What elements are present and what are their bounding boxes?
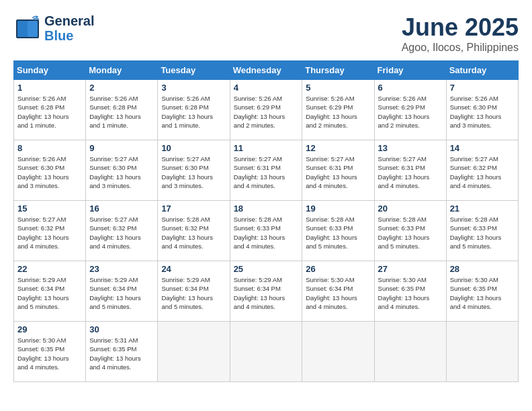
- logo: General Blue: [13, 13, 94, 43]
- day-info: Sunrise: 5:27 AMSunset: 6:30 PMDaylight:…: [161, 154, 226, 190]
- day-info: Sunrise: 5:26 AMSunset: 6:28 PMDaylight:…: [17, 94, 82, 130]
- day-info: Sunrise: 5:27 AMSunset: 6:32 PMDaylight:…: [17, 215, 82, 250]
- logo-text-general: General: [44, 13, 94, 28]
- day-info: Sunrise: 5:26 AMSunset: 6:28 PMDaylight:…: [89, 94, 154, 130]
- day-info: Sunrise: 5:26 AMSunset: 6:30 PMDaylight:…: [17, 154, 82, 190]
- calendar-cell: [302, 322, 374, 382]
- calendar-cell: 19Sunrise: 5:28 AMSunset: 6:33 PMDayligh…: [302, 201, 374, 261]
- calendar-cell: 21Sunrise: 5:28 AMSunset: 6:33 PMDayligh…: [446, 201, 518, 261]
- header: General Blue June 2025 Agoo, Ilocos, Phi…: [13, 13, 519, 54]
- day-info: Sunrise: 5:26 AMSunset: 6:29 PMDaylight:…: [378, 94, 443, 130]
- svg-rect-1: [17, 21, 28, 37]
- day-info: Sunrise: 5:26 AMSunset: 6:29 PMDaylight:…: [306, 94, 370, 130]
- calendar-cell: [374, 322, 446, 382]
- weekday-header-wednesday: Wednesday: [230, 61, 302, 80]
- calendar-cell: [446, 322, 518, 382]
- calendar-table: SundayMondayTuesdayWednesdayThursdayFrid…: [13, 60, 519, 382]
- day-info: Sunrise: 5:29 AMSunset: 6:34 PMDaylight:…: [161, 275, 226, 311]
- day-number: 1: [17, 83, 82, 93]
- day-info: Sunrise: 5:28 AMSunset: 6:32 PMDaylight:…: [161, 215, 226, 250]
- calendar-cell: 13Sunrise: 5:27 AMSunset: 6:31 PMDayligh…: [374, 140, 446, 201]
- calendar-cell: 20Sunrise: 5:28 AMSunset: 6:33 PMDayligh…: [374, 201, 446, 261]
- calendar-cell: 5Sunrise: 5:26 AMSunset: 6:29 PMDaylight…: [302, 80, 374, 140]
- weekday-header-friday: Friday: [374, 61, 446, 80]
- day-number: 2: [89, 83, 154, 93]
- day-info: Sunrise: 5:28 AMSunset: 6:33 PMDaylight:…: [234, 215, 299, 250]
- weekday-header-tuesday: Tuesday: [158, 61, 230, 80]
- day-info: Sunrise: 5:27 AMSunset: 6:30 PMDaylight:…: [89, 154, 154, 190]
- day-number: 6: [378, 83, 443, 93]
- calendar-title: June 2025: [402, 13, 519, 42]
- day-number: 24: [161, 264, 226, 274]
- calendar-cell: 4Sunrise: 5:26 AMSunset: 6:29 PMDaylight…: [230, 80, 302, 140]
- calendar-cell: 26Sunrise: 5:30 AMSunset: 6:34 PMDayligh…: [302, 261, 374, 322]
- title-area: June 2025 Agoo, Ilocos, Philippines: [402, 13, 519, 54]
- calendar-cell: 24Sunrise: 5:29 AMSunset: 6:34 PMDayligh…: [158, 261, 230, 322]
- day-number: 28: [450, 264, 515, 274]
- day-info: Sunrise: 5:29 AMSunset: 6:34 PMDaylight:…: [89, 275, 154, 311]
- day-info: Sunrise: 5:26 AMSunset: 6:30 PMDaylight:…: [450, 94, 515, 130]
- calendar-subtitle: Agoo, Ilocos, Philippines: [402, 42, 519, 54]
- weekday-header-sunday: Sunday: [14, 61, 86, 80]
- day-info: Sunrise: 5:28 AMSunset: 6:33 PMDaylight:…: [306, 215, 370, 250]
- day-info: Sunrise: 5:30 AMSunset: 6:35 PMDaylight:…: [378, 275, 443, 311]
- day-number: 11: [234, 143, 299, 153]
- day-info: Sunrise: 5:29 AMSunset: 6:34 PMDaylight:…: [234, 275, 299, 311]
- calendar-week-1: 1Sunrise: 5:26 AMSunset: 6:28 PMDaylight…: [14, 80, 519, 140]
- calendar-cell: 22Sunrise: 5:29 AMSunset: 6:34 PMDayligh…: [14, 261, 86, 322]
- day-info: Sunrise: 5:27 AMSunset: 6:32 PMDaylight:…: [450, 154, 515, 190]
- day-info: Sunrise: 5:29 AMSunset: 6:34 PMDaylight:…: [17, 275, 82, 311]
- day-number: 29: [17, 324, 82, 334]
- calendar-cell: 15Sunrise: 5:27 AMSunset: 6:32 PMDayligh…: [14, 201, 86, 261]
- calendar-cell: 2Sunrise: 5:26 AMSunset: 6:28 PMDaylight…: [86, 80, 158, 140]
- day-info: Sunrise: 5:27 AMSunset: 6:31 PMDaylight:…: [378, 154, 443, 190]
- weekday-header-monday: Monday: [86, 61, 158, 80]
- calendar-cell: 9Sunrise: 5:27 AMSunset: 6:30 PMDaylight…: [86, 140, 158, 201]
- day-number: 13: [378, 143, 443, 153]
- day-number: 18: [234, 203, 299, 214]
- day-number: 20: [378, 203, 443, 214]
- calendar-week-4: 22Sunrise: 5:29 AMSunset: 6:34 PMDayligh…: [14, 261, 519, 322]
- day-number: 15: [17, 203, 82, 214]
- day-info: Sunrise: 5:28 AMSunset: 6:33 PMDaylight:…: [450, 215, 515, 250]
- calendar-cell: 23Sunrise: 5:29 AMSunset: 6:34 PMDayligh…: [86, 261, 158, 322]
- day-info: Sunrise: 5:26 AMSunset: 6:29 PMDaylight:…: [234, 94, 299, 130]
- calendar-cell: 8Sunrise: 5:26 AMSunset: 6:30 PMDaylight…: [14, 140, 86, 201]
- day-info: Sunrise: 5:30 AMSunset: 6:34 PMDaylight:…: [306, 275, 370, 311]
- day-number: 12: [306, 143, 370, 153]
- day-number: 3: [161, 83, 226, 93]
- calendar-cell: 27Sunrise: 5:30 AMSunset: 6:35 PMDayligh…: [374, 261, 446, 322]
- day-number: 19: [306, 203, 370, 214]
- calendar-cell: 12Sunrise: 5:27 AMSunset: 6:31 PMDayligh…: [302, 140, 374, 201]
- calendar-cell: 16Sunrise: 5:27 AMSunset: 6:32 PMDayligh…: [86, 201, 158, 261]
- calendar-cell: [230, 322, 302, 382]
- day-number: 9: [89, 143, 154, 153]
- day-info: Sunrise: 5:30 AMSunset: 6:35 PMDaylight:…: [17, 336, 82, 371]
- day-number: 23: [89, 264, 154, 274]
- weekday-header-saturday: Saturday: [446, 61, 518, 80]
- day-number: 16: [89, 203, 154, 214]
- day-info: Sunrise: 5:27 AMSunset: 6:32 PMDaylight:…: [89, 215, 154, 250]
- day-number: 25: [234, 264, 299, 274]
- calendar-cell: 17Sunrise: 5:28 AMSunset: 6:32 PMDayligh…: [158, 201, 230, 261]
- day-number: 4: [234, 83, 299, 93]
- svg-rect-2: [28, 21, 38, 37]
- day-info: Sunrise: 5:27 AMSunset: 6:31 PMDaylight:…: [234, 154, 299, 190]
- day-number: 21: [450, 203, 515, 214]
- day-number: 10: [161, 143, 226, 153]
- calendar-cell: 7Sunrise: 5:26 AMSunset: 6:30 PMDaylight…: [446, 80, 518, 140]
- day-info: Sunrise: 5:26 AMSunset: 6:28 PMDaylight:…: [161, 94, 226, 130]
- calendar-week-3: 15Sunrise: 5:27 AMSunset: 6:32 PMDayligh…: [14, 201, 519, 261]
- calendar-cell: 6Sunrise: 5:26 AMSunset: 6:29 PMDaylight…: [374, 80, 446, 140]
- day-info: Sunrise: 5:31 AMSunset: 6:35 PMDaylight:…: [89, 336, 154, 371]
- calendar-cell: 25Sunrise: 5:29 AMSunset: 6:34 PMDayligh…: [230, 261, 302, 322]
- day-info: Sunrise: 5:30 AMSunset: 6:35 PMDaylight:…: [450, 275, 515, 311]
- day-number: 17: [161, 203, 226, 214]
- calendar-cell: 28Sunrise: 5:30 AMSunset: 6:35 PMDayligh…: [446, 261, 518, 322]
- calendar-cell: 11Sunrise: 5:27 AMSunset: 6:31 PMDayligh…: [230, 140, 302, 201]
- day-number: 30: [89, 324, 154, 334]
- day-number: 8: [17, 143, 82, 153]
- day-number: 7: [450, 83, 515, 93]
- logo-text-blue: Blue: [44, 28, 94, 43]
- weekday-header-thursday: Thursday: [302, 61, 374, 80]
